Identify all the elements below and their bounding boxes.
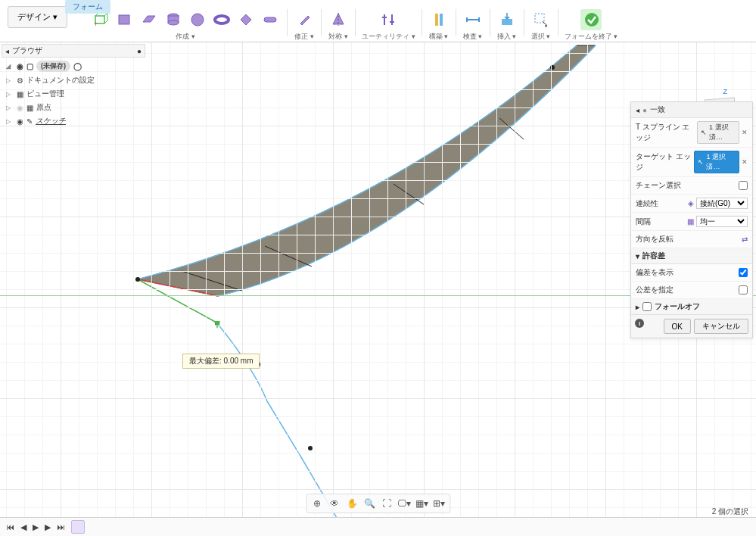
row-continuity: 連続性 ◈ 接続(G0) (631, 195, 752, 213)
tree-item-origin[interactable]: ▷ ◉ ▦ 原点 (6, 101, 142, 114)
construct-icon[interactable] (428, 9, 450, 30)
svg-text:+: + (94, 20, 98, 28)
specify-tolerance-checkbox[interactable] (739, 285, 748, 294)
form-quadball-icon[interactable] (235, 9, 257, 30)
inspect-group-label: 検査 ▾ (463, 32, 483, 42)
finish-form-group-label: フォームを終了 ▾ (565, 32, 618, 42)
show-deviation-checkbox[interactable] (739, 268, 748, 277)
expand-icon[interactable]: ▷ (6, 118, 14, 125)
symmetry-icon[interactable] (328, 9, 349, 30)
select-icon[interactable] (530, 9, 552, 30)
expand-icon[interactable]: ◢ (6, 63, 14, 70)
svg-rect-7 (119, 15, 129, 24)
form-box-icon[interactable] (114, 9, 135, 30)
chain-select-checkbox[interactable] (739, 181, 748, 190)
timeline-start-icon[interactable]: ⏮ (6, 522, 14, 531)
clear-selection-icon[interactable]: ✕ (742, 158, 748, 166)
svg-point-12 (215, 16, 229, 23)
select-group-label: 選択 ▾ (531, 32, 551, 42)
form-pipe-icon[interactable] (260, 9, 281, 30)
browser-options-icon[interactable]: ● (137, 47, 142, 55)
continuity-dropdown[interactable]: 接続(G0) (696, 198, 748, 209)
cursor-icon: ↖ (698, 158, 704, 166)
navigation-toolbar: ⊕ 👁 ✋ 🔍 ⛶ 🖵▾ ▦▾ ⊞▾ (306, 494, 450, 513)
flip-button[interactable]: ⇄ (742, 235, 748, 244)
expand-icon[interactable]: ▷ (6, 77, 14, 84)
expand-icon[interactable]: ▾ (636, 252, 639, 260)
timeline-feature-form[interactable] (71, 520, 85, 534)
svg-rect-15 (435, 14, 438, 26)
viewport-settings-icon[interactable]: ⊞▾ (431, 496, 446, 511)
utility-icon[interactable] (378, 9, 399, 30)
browser-title: ブラウザ (12, 45, 42, 56)
expand-icon[interactable]: ▷ (6, 104, 14, 111)
symmetry-group-label: 対称 ▾ (328, 32, 348, 42)
finish-form-icon[interactable] (580, 9, 602, 30)
dialog-titlebar[interactable]: ◂ ● 一致 (631, 102, 752, 118)
timeline-play-icon[interactable]: ▶ (33, 522, 39, 532)
svg-rect-16 (440, 14, 443, 26)
browser-titlebar[interactable]: ◂ ブラウザ ● (2, 44, 145, 58)
browser-collapse-icon[interactable]: ◂ (5, 47, 9, 55)
tree-item-sketches[interactable]: ▷ ◉ ✎ スケッチ (6, 114, 142, 128)
section-falloff[interactable]: ▸ フォールオフ (631, 299, 752, 315)
clear-selection-icon[interactable]: ✕ (742, 129, 748, 136)
visibility-icon[interactable]: ◉ (17, 62, 23, 70)
section-label: フォールオフ (655, 301, 700, 312)
timeline-end-icon[interactable]: ⏭ (57, 522, 65, 531)
label: 偏差を表示 (636, 267, 674, 278)
svg-point-10 (168, 20, 179, 25)
svg-point-11 (191, 14, 204, 26)
visibility-icon[interactable]: ◉ (17, 117, 23, 126)
radio-icon[interactable]: ◯ (73, 62, 82, 70)
modify-icon[interactable] (294, 9, 315, 30)
falloff-enable-checkbox[interactable] (642, 302, 652, 311)
section-tolerance[interactable]: ▾ 許容差 (631, 248, 752, 264)
sketch-folder-icon: ✎ (26, 117, 33, 126)
tree-item-doc-settings[interactable]: ▷ ⚙ ドキュメントの設定 (6, 73, 142, 87)
form-sphere-icon[interactable] (187, 9, 208, 30)
timeline-next-icon[interactable]: ▶ (45, 522, 51, 532)
display-settings-icon[interactable]: 🖵▾ (397, 496, 412, 511)
timeline-prev-icon[interactable]: ◀ (20, 522, 26, 532)
look-icon[interactable]: 👁 (327, 496, 342, 511)
label: 公差を指定 (636, 285, 674, 295)
form-torus-icon[interactable] (211, 9, 232, 30)
axis-z-label: Z (723, 88, 728, 95)
svg-rect-13 (264, 17, 276, 22)
insert-icon[interactable] (496, 9, 518, 30)
selection-chip-tspline[interactable]: ↖ 1 選択済… (697, 121, 739, 144)
tree-item-label: ビュー管理 (26, 89, 64, 99)
gear-icon: ⚙ (17, 76, 23, 85)
label: 方向を反転 (636, 234, 674, 245)
ok-button[interactable]: OK (664, 319, 691, 334)
fit-icon[interactable]: ⛶ (379, 496, 394, 511)
zoom-icon[interactable]: 🔍 (362, 496, 377, 511)
spacing-icon: ▦ (687, 217, 694, 226)
expand-icon[interactable]: ▸ (636, 303, 639, 311)
selection-chip-target[interactable]: ↖ 1 選択済… (694, 151, 739, 173)
row-target-edge: ターゲット エッジ ↖ 1 選択済… ✕ (631, 148, 752, 177)
collapse-icon[interactable]: ◂ (636, 106, 639, 114)
orbit-icon[interactable]: ⊕ (310, 496, 325, 511)
timeline: ⏮ ◀ ▶ ▶ ⏭ (0, 517, 756, 536)
command-dialog: ◂ ● 一致 T スプライン エッジ ↖ 1 選択済… ✕ ターゲット エッジ … (630, 101, 753, 338)
environment-tab[interactable]: フォーム (65, 0, 110, 14)
expand-icon[interactable]: ▷ (6, 91, 14, 98)
workspace-dropdown[interactable]: デザイン ▾ (8, 6, 67, 28)
toolbar: デザイン ▾ フォーム + 作成 ▾ 修正 ▾ 対称 ▾ ユーティリティ ▾ 構… (0, 0, 756, 42)
pan-icon[interactable]: ✋ (344, 496, 359, 511)
grid-settings-icon[interactable]: ▦▾ (414, 496, 429, 511)
info-icon[interactable]: i (635, 319, 644, 328)
cancel-button[interactable]: キャンセル (694, 319, 748, 334)
tree-root[interactable]: ◢ ◉ ▢ (未保存) ◯ (6, 59, 142, 73)
label: T スプライン エッジ (636, 122, 697, 143)
spacing-dropdown[interactable]: 均一 (696, 216, 748, 227)
tree-item-label: ドキュメントの設定 (26, 75, 95, 86)
inspect-icon[interactable] (462, 9, 484, 30)
tree-item-views[interactable]: ▷ ▦ ビュー管理 (6, 87, 142, 101)
form-plane-icon[interactable] (138, 9, 160, 30)
label: 間隔 (636, 217, 651, 227)
visibility-off-icon[interactable]: ◉ (17, 104, 23, 112)
form-cylinder-icon[interactable] (163, 9, 184, 30)
